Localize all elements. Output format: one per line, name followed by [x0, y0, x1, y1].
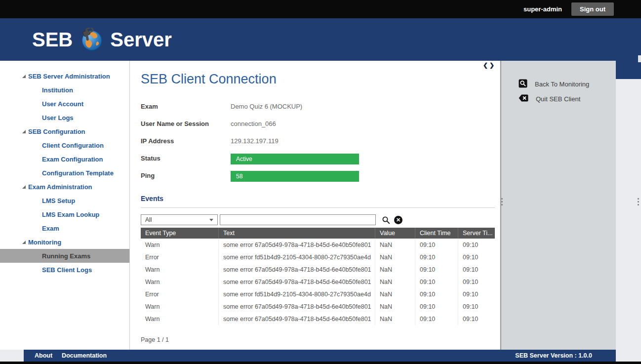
column-header-server-time[interactable]: Server Ti...	[458, 228, 495, 239]
logo-text-seb: SEB	[32, 29, 73, 51]
sidebar-item-lms-setup[interactable]: LMS Setup	[0, 194, 129, 207]
column-header-event-type[interactable]: Event Type	[141, 228, 219, 239]
events-table-header: Event Type Text Value Client Time Server…	[141, 228, 495, 239]
sidebar-item-client-configuration[interactable]: Client Configuration	[0, 138, 129, 152]
action-sidebar: Back To Monitoring Quit SEB Client	[500, 61, 616, 350]
ping-badge: 58	[231, 171, 359, 182]
main-content-panel: ❮❯ SEB Client Connection Exam Demo Quiz …	[130, 61, 500, 350]
logo-text-server: Server	[110, 29, 172, 51]
events-table: Event Type Text Value Client Time Server…	[141, 228, 495, 325]
table-row[interactable]: Warn some error 67a05d49-978a-4718-b45d-…	[141, 239, 495, 251]
current-user-label: super-admin	[523, 5, 562, 13]
section-divider	[141, 207, 495, 208]
documentation-link[interactable]: Documentation	[62, 352, 107, 359]
sidebar-item-running-exams[interactable]: Running Exams	[0, 249, 129, 263]
sidebar-item-configuration-template[interactable]: Configuration Template	[0, 166, 129, 180]
table-row[interactable]: Error some error fd51b4d9-2105-4304-8080…	[141, 251, 495, 263]
field-status: Status Active	[141, 154, 495, 164]
events-filter-bar: All ✕	[141, 214, 495, 225]
tree-expand-icon[interactable]	[22, 130, 26, 133]
tree-expand-icon[interactable]	[22, 75, 26, 78]
quit-seb-client-button[interactable]: Quit SEB Client	[501, 91, 616, 106]
action-label: Back To Monitoring	[535, 81, 589, 88]
field-ip-address: IP Address 129.132.197.119	[141, 136, 495, 146]
column-header-client-time[interactable]: Client Time	[415, 228, 458, 239]
field-value: connection_066	[231, 119, 276, 127]
sidebar-item-user-logs[interactable]: User Logs	[0, 111, 129, 124]
connection-details-form: Exam Demo Quiz 6 (MOCKUP) User Name or S…	[141, 102, 495, 182]
sidebar-item-seb-server-administration[interactable]: SEB Server Administration	[0, 69, 129, 83]
field-user-name-or-session: User Name or Session connection_066	[141, 119, 495, 129]
clear-search-icon[interactable]: ✕	[394, 216, 402, 224]
table-row[interactable]: Warn some error 67a05d49-978a-4718-b45d-…	[141, 300, 495, 313]
backspace-x-icon	[519, 94, 528, 103]
page-title: SEB Client Connection	[141, 72, 495, 87]
sash-drag-handle[interactable]	[638, 197, 640, 207]
field-label: Exam	[141, 102, 231, 110]
sidebar-item-exam[interactable]: Exam	[0, 221, 129, 235]
sidebar-item-seb-configuration[interactable]: SEB Configuration	[0, 124, 129, 138]
sidebar-item-exam-administration[interactable]: Exam Administration	[0, 180, 129, 194]
top-bar: super-admin Sign out	[0, 0, 641, 18]
sash-drag-handle[interactable]	[501, 197, 503, 207]
field-label: User Name or Session	[141, 119, 231, 127]
events-search-input[interactable]	[220, 214, 376, 225]
header-band-extension	[616, 61, 641, 79]
server-version-label: SEB Server Version : 1.0.0	[515, 352, 592, 359]
sign-out-button[interactable]: Sign out	[571, 2, 614, 16]
field-label: Ping	[141, 171, 231, 179]
event-type-select[interactable]: All	[141, 214, 218, 225]
column-header-value[interactable]: Value	[375, 228, 415, 239]
table-row[interactable]: Warn some error 67a05d49-978a-4718-b45d-…	[141, 276, 495, 288]
magnifier-square-icon	[519, 79, 527, 89]
chevron-down-icon	[209, 219, 213, 221]
panel-history-nav: ❮❯	[483, 62, 496, 69]
event-type-selected-value: All	[145, 216, 152, 223]
sidebar-item-user-account[interactable]: User Account	[0, 97, 129, 111]
status-badge: Active	[231, 154, 359, 164]
table-row[interactable]: Warn some error 67a05d49-978a-4718-b45d-…	[141, 263, 495, 276]
sidebar-item-institution[interactable]: Institution	[0, 83, 129, 97]
main-nav-sidebar: SEB Server Administration Institution Us…	[0, 61, 130, 350]
tree-expand-icon[interactable]	[22, 185, 26, 189]
field-ping: Ping 58	[141, 171, 495, 182]
column-header-text[interactable]: Text	[219, 228, 375, 239]
search-icon[interactable]	[382, 216, 390, 224]
action-label: Quit SEB Client	[536, 95, 580, 103]
sidebar-item-monitoring[interactable]: Monitoring	[0, 235, 129, 249]
field-value: 129.132.197.119	[231, 136, 279, 145]
tree-expand-icon[interactable]	[22, 241, 26, 244]
about-link[interactable]: About	[35, 352, 52, 359]
field-label: IP Address	[141, 136, 231, 145]
back-to-monitoring-button[interactable]: Back To Monitoring	[501, 77, 616, 91]
field-value: Demo Quiz 6 (MOCKUP)	[231, 102, 302, 110]
pagination-label: Page 1 / 1	[141, 336, 495, 343]
table-row[interactable]: Warn some error 67a05d49-978a-4718-b45d-…	[141, 313, 495, 325]
sidebar-item-seb-client-logs[interactable]: SEB Client Logs	[0, 263, 129, 277]
table-row[interactable]: Error some error fd51b4d9-2105-4304-8080…	[141, 288, 495, 300]
chevron-right-icon[interactable]: ❯	[489, 62, 496, 69]
chevron-left-icon[interactable]: ❮	[483, 62, 489, 69]
sidebar-item-lms-exam-lookup[interactable]: LMS Exam Lookup	[0, 207, 129, 221]
sidebar-item-exam-configuration[interactable]: Exam Configuration	[0, 152, 129, 166]
events-section-heading: Events	[141, 195, 495, 202]
app-footer: About Documentation SEB Server Version :…	[24, 350, 616, 362]
seb-server-logo: SEB Se	[32, 28, 172, 51]
scrollbar-fragment	[638, 55, 641, 62]
globe-lock-icon	[80, 28, 103, 51]
field-exam: Exam Demo Quiz 6 (MOCKUP)	[141, 102, 495, 112]
app-header: SEB Se	[0, 18, 641, 61]
field-label: Status	[141, 154, 231, 162]
